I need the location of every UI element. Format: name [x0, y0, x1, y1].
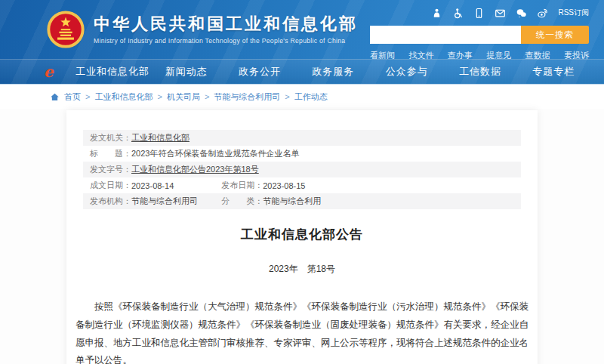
article-title: 工业和信息化部公告 — [76, 226, 528, 243]
meta-label: 成文日期： — [90, 180, 131, 191]
doc-meta-table: 发文机关： 工业和信息化部 标 题： 2023年符合环保装备制造业规范条件企业名… — [83, 130, 521, 209]
site-title: 中华人民共和国工业和信息化部 — [94, 14, 358, 34]
mail-icon[interactable] — [495, 8, 506, 19]
site-brand[interactable]: 中华人民共和国工业和信息化部 Ministry of Industry and … — [47, 11, 358, 48]
nav-item-gov-affairs[interactable]: 政务公开 — [223, 65, 296, 79]
nav-item-public-participation[interactable]: 公众参与 — [370, 65, 443, 79]
header-right: RSS订阅 统一搜索 看新闻 找文件 查办事 提意见 查数据 要投诉 — [370, 6, 589, 61]
meta-label: 发布日期： — [221, 180, 263, 191]
article-body: 按照《环保装备制造行业（大气治理）规范条件》《环保装备制造行业（污水治理）规范条… — [76, 298, 528, 364]
nav-item-miit[interactable]: 工业和信息化部 — [76, 65, 149, 79]
meta-value-doc-title: 2023年符合环保装备制造业规范条件企业名单 — [131, 148, 299, 159]
article-paragraph-1: 按照《环保装备制造行业（大气治理）规范条件》《环保装备制造行业（污水治理）规范条… — [76, 298, 528, 364]
elder-mode-icon[interactable] — [431, 8, 442, 19]
meta-label: 发布机构： — [90, 196, 131, 207]
meta-value-publisher: 节能与综合利用司 — [131, 196, 198, 207]
breadcrumb-item-energy-conservation-dept[interactable]: 节能与综合利用司 — [214, 91, 280, 103]
breadcrumb-item-home[interactable]: 首页 — [64, 91, 81, 103]
breadcrumb-separator: > — [85, 92, 90, 101]
nav-item-news[interactable]: 新闻动态 — [149, 65, 223, 79]
wechat-icon[interactable] — [516, 8, 527, 19]
nav-item-special-columns[interactable]: 专题专栏 — [517, 65, 590, 79]
breadcrumb-item-miit[interactable]: 工业和信息化部 — [94, 91, 153, 103]
meta-value-written-date: 2023-08-14 — [131, 181, 174, 190]
breadcrumb-separator: > — [157, 92, 162, 101]
breadcrumb-item-departments[interactable]: 机关司局 — [167, 91, 200, 103]
search-input[interactable] — [370, 26, 521, 44]
header-icon-row: RSS订阅 — [370, 6, 589, 20]
nav-item-gov-services[interactable]: 政务服务 — [297, 65, 370, 79]
meta-row-doc-number: 发文字号： 工业和信息化部公告2023年第18号 — [83, 162, 521, 177]
meta-label: 分 类： — [221, 196, 263, 207]
breadcrumb-item-work-updates: 工作动态 — [294, 91, 328, 103]
meta-label: 标 题： — [90, 148, 131, 159]
site-header: 中华人民共和国工业和信息化部 Ministry of Industry and … — [0, 0, 604, 85]
rss-link[interactable]: RSS订阅 — [558, 8, 589, 18]
main-nav: e 工业和信息化部 新闻动态 政务公开 政务服务 公众参与 工信数据 专题专栏 — [0, 59, 604, 85]
article-doc-number: 2023年 第18号 — [76, 263, 528, 276]
meta-value-publish-date: 2023-08-15 — [263, 181, 305, 190]
miit-e-logo-icon[interactable]: e — [44, 63, 76, 81]
breadcrumb-separator: > — [285, 92, 289, 101]
meta-row-issuing-authority: 发文机关： 工业和信息化部 — [83, 130, 521, 146]
page: 中华人民共和国工业和信息化部 Ministry of Industry and … — [0, 0, 604, 364]
weibo-icon[interactable] — [537, 8, 548, 19]
meta-value-doc-number: 工业和信息化部公告2023年第18号 — [131, 164, 259, 175]
breadcrumb: 首页 > 工业和信息化部 > 机关司局 > 节能与综合利用司 > 工作动态 — [0, 85, 604, 109]
home-icon[interactable] — [50, 92, 60, 102]
mobile-icon[interactable] — [473, 8, 485, 19]
meta-row-publisher: 发布机构： 节能与综合利用司 分 类： 节能与综合利用 — [83, 193, 521, 209]
meta-row-dates: 成文日期： 2023-08-14 发布日期： 2023-08-15 — [83, 177, 521, 193]
national-emblem-icon — [47, 11, 85, 48]
search-button[interactable]: 统一搜索 — [521, 26, 589, 44]
meta-label: 发文字号： — [90, 164, 131, 175]
nav-item-icit-data[interactable]: 工信数据 — [443, 65, 516, 79]
site-subtitle: Ministry of Industry and Information Tec… — [94, 37, 358, 45]
meta-row-title: 标 题： 2023年符合环保装备制造业规范条件企业名单 — [83, 146, 521, 162]
header-top: 中华人民共和国工业和信息化部 Ministry of Industry and … — [0, 0, 604, 59]
accessibility-icon[interactable] — [452, 8, 464, 19]
article-card: 发文机关： 工业和信息化部 标 题： 2023年符合环保装备制造业规范条件企业名… — [66, 110, 538, 364]
breadcrumb-separator: > — [205, 92, 209, 101]
meta-value-issuing-authority: 工业和信息化部 — [131, 132, 190, 143]
brand-text: 中华人民共和国工业和信息化部 Ministry of Industry and … — [94, 14, 358, 45]
meta-label: 发文机关： — [90, 132, 131, 143]
meta-value-category: 节能与综合利用 — [263, 196, 321, 207]
search-bar: 统一搜索 — [370, 26, 589, 44]
